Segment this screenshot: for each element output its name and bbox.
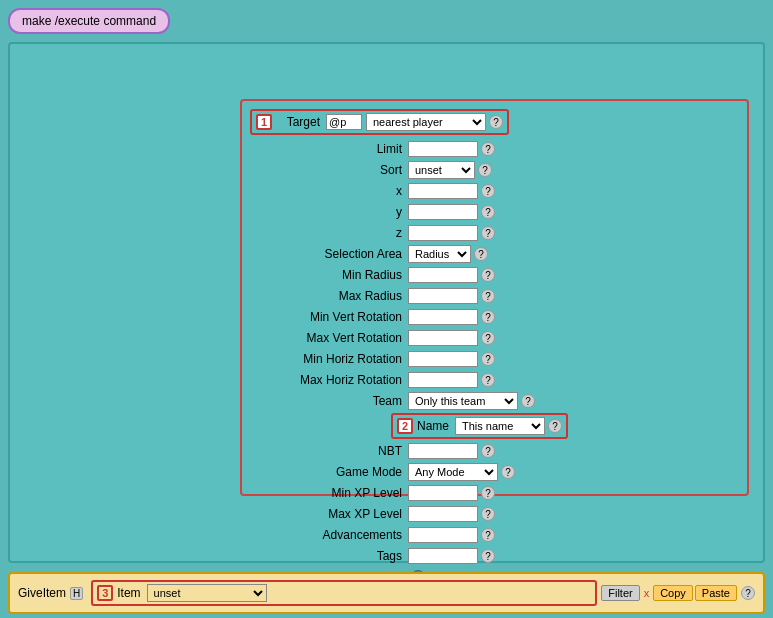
min-xp-level-input[interactable] xyxy=(408,485,478,501)
selection-area-help[interactable]: ? xyxy=(474,247,488,261)
name-label: Name xyxy=(417,419,455,433)
nbt-row: NBT ? xyxy=(248,442,741,460)
min-xp-level-label: Min XP Level xyxy=(248,486,408,500)
min-radius-help[interactable]: ? xyxy=(481,268,495,282)
game-mode-row: Game Mode Any Mode Survival Creative Adv… xyxy=(248,463,741,481)
min-vert-rotation-label: Min Vert Rotation xyxy=(248,310,408,324)
min-vert-rotation-row: Min Vert Rotation ? xyxy=(248,308,741,326)
limit-help[interactable]: ? xyxy=(481,142,495,156)
sort-label: Sort xyxy=(248,163,408,177)
item-label: Item xyxy=(117,586,146,600)
team-row: Team Only this team Any team No team ? xyxy=(248,392,741,410)
y-label: y xyxy=(248,205,408,219)
nbt-label: NBT xyxy=(248,444,408,458)
target-row: 1 Target nearest player random player al… xyxy=(248,109,741,135)
tags-input[interactable] xyxy=(408,548,478,564)
max-xp-level-help[interactable]: ? xyxy=(481,507,495,521)
name-help[interactable]: ? xyxy=(548,419,562,433)
z-input[interactable] xyxy=(408,225,478,241)
min-vert-rotation-input[interactable] xyxy=(408,309,478,325)
paste-button[interactable]: Paste xyxy=(695,585,737,601)
x-label: x xyxy=(248,184,408,198)
item-select[interactable]: unset xyxy=(147,584,267,602)
z-row: z ? xyxy=(248,224,741,242)
filter-button[interactable]: Filter xyxy=(601,585,639,601)
max-horiz-rotation-label: Max Horiz Rotation xyxy=(248,373,408,387)
max-vert-rotation-label: Max Vert Rotation xyxy=(248,331,408,345)
min-radius-label: Min Radius xyxy=(248,268,408,282)
give-item-question-help[interactable]: ? xyxy=(741,586,755,600)
max-vert-rotation-row: Max Vert Rotation ? xyxy=(248,329,741,347)
x-row: x ? xyxy=(248,182,741,200)
max-vert-rotation-help[interactable]: ? xyxy=(481,331,495,345)
tags-row: Tags ? xyxy=(248,547,741,565)
max-radius-input[interactable] xyxy=(408,288,478,304)
badge-2: 2 xyxy=(397,418,413,434)
min-horiz-rotation-row: Min Horiz Rotation ? xyxy=(248,350,741,368)
target-input[interactable] xyxy=(326,114,362,130)
team-label: Team xyxy=(248,394,408,408)
sort-help[interactable]: ? xyxy=(478,163,492,177)
max-horiz-rotation-row: Max Horiz Rotation ? xyxy=(248,371,741,389)
tags-help[interactable]: ? xyxy=(481,549,495,563)
min-horiz-rotation-help[interactable]: ? xyxy=(481,352,495,366)
max-vert-rotation-input[interactable] xyxy=(408,330,478,346)
sort-select[interactable]: unset nearest furthest random arbitrary xyxy=(408,161,475,179)
selection-area-label: Selection Area xyxy=(248,247,408,261)
max-xp-level-row: Max XP Level ? xyxy=(248,505,741,523)
min-radius-input[interactable] xyxy=(408,267,478,283)
max-radius-label: Max Radius xyxy=(248,289,408,303)
give-item-label: GiveItem xyxy=(18,586,66,600)
game-mode-select[interactable]: Any Mode Survival Creative Adventure Spe… xyxy=(408,463,498,481)
max-xp-level-label: Max XP Level xyxy=(248,507,408,521)
y-row: y ? xyxy=(248,203,741,221)
target-help[interactable]: ? xyxy=(489,115,503,129)
limit-row: Limit ? xyxy=(248,140,741,158)
give-item-help[interactable]: H xyxy=(70,587,83,600)
nbt-input[interactable] xyxy=(408,443,478,459)
min-vert-rotation-help[interactable]: ? xyxy=(481,310,495,324)
tags-label: Tags xyxy=(248,549,408,563)
max-horiz-rotation-help[interactable]: ? xyxy=(481,373,495,387)
min-radius-row: Min Radius ? xyxy=(248,266,741,284)
min-horiz-rotation-input[interactable] xyxy=(408,351,478,367)
make-execute-button[interactable]: make /execute command xyxy=(8,8,170,34)
y-help[interactable]: ? xyxy=(481,205,495,219)
nbt-help[interactable]: ? xyxy=(481,444,495,458)
team-select[interactable]: Only this team Any team No team xyxy=(408,392,518,410)
target-select[interactable]: nearest player random player all players… xyxy=(366,113,486,131)
name-row: 2 Name This name Not this name ? xyxy=(248,413,741,439)
game-mode-help[interactable]: ? xyxy=(501,465,515,479)
advancements-row: Advancements ? xyxy=(248,526,741,544)
min-horiz-rotation-label: Min Horiz Rotation xyxy=(248,352,408,366)
target-label: Target xyxy=(276,115,326,129)
badge-1: 1 xyxy=(256,114,272,130)
z-label: z xyxy=(248,226,408,240)
name-select[interactable]: This name Not this name xyxy=(455,417,545,435)
give-item-panel: GiveItem H 3 Item unset Filter x Copy Pa… xyxy=(8,572,765,614)
limit-label: Limit xyxy=(248,142,408,156)
x-input[interactable] xyxy=(408,183,478,199)
max-horiz-rotation-input[interactable] xyxy=(408,372,478,388)
selection-area-row: Selection Area Radius Volume Tag ? xyxy=(248,245,741,263)
badge-3: 3 xyxy=(97,585,113,601)
main-panel: 1 Target nearest player random player al… xyxy=(8,42,765,563)
advancements-help[interactable]: ? xyxy=(481,528,495,542)
min-xp-level-row: Min XP Level ? xyxy=(248,484,741,502)
y-input[interactable] xyxy=(408,204,478,220)
selection-area-select[interactable]: Radius Volume Tag xyxy=(408,245,471,263)
max-radius-help[interactable]: ? xyxy=(481,289,495,303)
limit-input[interactable] xyxy=(408,141,478,157)
max-radius-row: Max Radius ? xyxy=(248,287,741,305)
advancements-label: Advancements xyxy=(248,528,408,542)
form-area: 1 Target nearest player random player al… xyxy=(240,99,749,496)
advancements-input[interactable] xyxy=(408,527,478,543)
close-icon[interactable]: x xyxy=(644,587,650,599)
z-help[interactable]: ? xyxy=(481,226,495,240)
min-xp-level-help[interactable]: ? xyxy=(481,486,495,500)
team-help[interactable]: ? xyxy=(521,394,535,408)
sort-row: Sort unset nearest furthest random arbit… xyxy=(248,161,741,179)
x-help[interactable]: ? xyxy=(481,184,495,198)
max-xp-level-input[interactable] xyxy=(408,506,478,522)
copy-button[interactable]: Copy xyxy=(653,585,693,601)
